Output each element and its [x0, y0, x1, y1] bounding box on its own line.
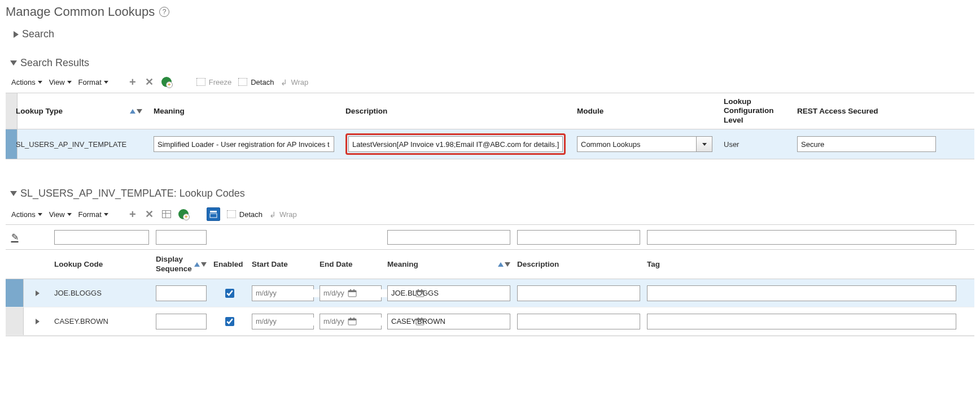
svg-rect-12 — [350, 318, 351, 319]
codes-detach-button[interactable]: Detach — [227, 210, 262, 219]
delete-button[interactable]: ✕ — [145, 77, 155, 87]
cell-code-description-input[interactable] — [517, 314, 640, 329]
results-row[interactable]: SL_USERS_AP_INV_TEMPLATE User — [6, 129, 974, 159]
cell-display-seq-input[interactable] — [156, 314, 207, 329]
add-button[interactable]: + — [128, 77, 138, 87]
col-enabled[interactable]: Enabled — [213, 260, 243, 268]
filter-meaning[interactable] — [387, 230, 510, 245]
x-icon: ✕ — [145, 208, 154, 220]
filter-display-seq[interactable] — [156, 230, 207, 245]
cell-tag-input[interactable] — [647, 285, 956, 301]
codes-delete-button[interactable]: ✕ — [145, 209, 155, 219]
expand-row-icon[interactable] — [36, 319, 40, 324]
row-selector[interactable] — [6, 307, 24, 335]
codes-grid: ✎ Lookup Code Display Sequence Enabled S… — [6, 224, 974, 336]
col-rest-access[interactable]: REST Access Secured — [797, 107, 878, 115]
col-meaning[interactable]: Meaning — [154, 107, 185, 115]
codes-wrap-button[interactable]: ↲ Wrap — [269, 210, 297, 219]
freeze-label: Freeze — [209, 78, 231, 86]
col-tag[interactable]: Tag — [647, 260, 660, 268]
codes-add-button[interactable]: + — [128, 209, 138, 219]
freeze-button[interactable]: Freeze — [196, 78, 231, 86]
caret-down-icon — [38, 213, 42, 216]
codes-actions-menu[interactable]: Actions — [11, 210, 42, 219]
col-lookup-code[interactable]: Lookup Code — [54, 260, 103, 268]
view-menu[interactable]: View — [49, 78, 72, 86]
cell-lookup-code: CASEY.BROWN — [54, 317, 108, 325]
sort-meaning[interactable] — [498, 262, 510, 267]
row-selector[interactable] — [6, 279, 24, 307]
cell-meaning-input[interactable] — [154, 136, 334, 152]
section-search-label: Search — [22, 28, 54, 40]
calendar-icon[interactable] — [415, 289, 425, 298]
dropdown-icon[interactable] — [697, 136, 712, 152]
caret-down-icon — [67, 213, 72, 216]
cell-module-combo[interactable] — [577, 136, 712, 152]
collapse-icon — [10, 191, 17, 196]
codes-row[interactable]: CASEY.BROWN — [6, 307, 974, 336]
codes-view-menu[interactable]: View — [49, 210, 72, 219]
sort-asc-icon — [498, 262, 504, 267]
format-label: Format — [78, 78, 102, 86]
results-grid: Lookup Type Meaning Description Module L… — [6, 93, 974, 159]
caret-down-icon — [38, 81, 42, 84]
cell-description-input[interactable] — [348, 136, 563, 152]
cell-code-meaning-input[interactable] — [387, 314, 510, 329]
section-search-results[interactable]: Search Results — [10, 57, 974, 69]
calendar-icon[interactable] — [348, 317, 357, 326]
filter-description[interactable] — [517, 230, 640, 245]
cell-code-meaning-input[interactable] — [387, 285, 510, 301]
format-menu[interactable]: Format — [78, 78, 108, 86]
svg-rect-9 — [421, 289, 422, 291]
cell-tag-input[interactable] — [647, 314, 956, 329]
col-code-description[interactable]: Description — [517, 260, 559, 268]
col-code-meaning[interactable]: Meaning — [387, 260, 418, 268]
expand-row-icon[interactable] — [36, 290, 40, 296]
create-lookup-icon[interactable] — [161, 77, 172, 87]
plus-icon: + — [129, 208, 136, 221]
cell-rest-access-input[interactable] — [797, 136, 936, 152]
cell-display-seq-input[interactable] — [156, 285, 207, 301]
col-display-seq[interactable]: Display Sequence — [156, 255, 194, 273]
cell-code-description-input[interactable] — [517, 285, 640, 301]
filter-tag[interactable] — [647, 230, 956, 245]
col-end-date[interactable]: End Date — [320, 260, 353, 268]
col-start-date[interactable]: Start Date — [252, 260, 288, 268]
codes-row[interactable]: JOE.BLOGGS — [6, 279, 974, 307]
filter-lookup-code[interactable] — [54, 230, 149, 245]
svg-rect-4 — [350, 289, 351, 291]
section-search[interactable]: Search — [14, 28, 974, 40]
wrap-button[interactable]: ↲ Wrap — [281, 77, 308, 86]
col-module[interactable]: Module — [577, 107, 603, 115]
results-toolbar: Actions View Format + ✕ Freeze Detach ↲ … — [6, 73, 974, 90]
cell-module-input[interactable] — [577, 136, 697, 152]
svg-rect-11 — [348, 319, 356, 320]
codes-format-menu[interactable]: Format — [78, 210, 108, 219]
section-codes-label: SL_USERS_AP_INV_TEMPLATE: Lookup Codes — [20, 188, 245, 199]
cell-enabled-checkbox[interactable] — [225, 289, 234, 298]
cell-start-date[interactable] — [252, 314, 314, 329]
detach-label: Detach — [251, 78, 274, 86]
actions-menu[interactable]: Actions — [11, 78, 42, 86]
sort-desc-icon — [505, 262, 510, 267]
detach-button[interactable]: Detach — [238, 78, 274, 86]
sort-display-seq[interactable] — [194, 262, 207, 267]
svg-rect-5 — [353, 289, 355, 291]
calendar-icon[interactable] — [348, 289, 357, 298]
sort-desc-icon — [137, 109, 142, 114]
help-icon[interactable]: ? — [159, 7, 169, 17]
codes-columns-button[interactable] — [161, 209, 172, 219]
cell-enabled-checkbox[interactable] — [225, 317, 234, 326]
pencil-icon[interactable]: ✎ — [11, 232, 19, 242]
col-description[interactable]: Description — [345, 107, 387, 115]
sort-desc-icon — [201, 262, 207, 267]
codes-create-icon[interactable] — [178, 209, 189, 219]
section-lookup-codes[interactable]: SL_USERS_AP_INV_TEMPLATE: Lookup Codes — [10, 188, 974, 199]
col-config-level[interactable]: Lookup Configuration Level — [724, 97, 786, 125]
caret-down-icon — [104, 213, 108, 216]
sort-lookup-type[interactable] — [130, 109, 142, 114]
qbe-toggle-button[interactable] — [207, 207, 220, 221]
calendar-icon[interactable] — [415, 317, 425, 326]
cell-start-date[interactable] — [252, 285, 314, 301]
col-lookup-type[interactable]: Lookup Type — [16, 107, 63, 115]
